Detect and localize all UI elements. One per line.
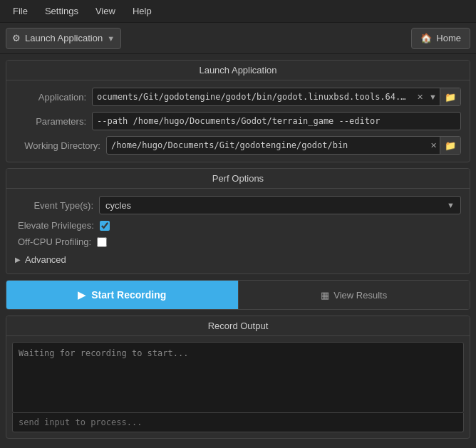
event-type-label: Event Type(s): <box>15 200 93 211</box>
working-directory-input[interactable] <box>107 140 428 150</box>
start-icon: ▶ <box>78 289 86 301</box>
home-label: Home <box>436 33 461 43</box>
view-results-button[interactable]: ▦ View Results <box>238 281 470 309</box>
working-directory-clear-button[interactable]: ✕ <box>428 137 440 154</box>
perf-options-panel: Perf Options Event Type(s): cycles ▼ Ele… <box>6 168 470 274</box>
output-placeholder: Waiting for recording to start... <box>19 348 188 358</box>
record-output-panel: Record Output Waiting for recording to s… <box>6 316 470 439</box>
working-directory-label: Working Directory: <box>15 140 100 151</box>
process-input[interactable] <box>12 413 464 432</box>
elevate-privileges-row: Elevate Privileges: <box>15 220 461 231</box>
offcpu-checkbox[interactable] <box>97 237 107 247</box>
event-type-value: cycles <box>105 200 131 211</box>
elevate-checkbox[interactable] <box>100 221 110 231</box>
launch-application-panel: Launch Application Application: ✕ ▼ 📁 Pa… <box>6 60 470 162</box>
application-clear-button[interactable]: ✕ <box>414 88 426 105</box>
menu-settings[interactable]: Settings <box>38 3 86 19</box>
perf-panel-title: Perf Options <box>6 169 470 189</box>
application-dropdown-button[interactable]: ▼ <box>426 88 440 105</box>
launch-dropdown-label: Launch Application <box>25 33 103 43</box>
action-bar: ▶ Start Recording ▦ View Results <box>6 280 470 310</box>
menu-view[interactable]: View <box>88 3 123 19</box>
event-type-chevron-icon: ▼ <box>447 201 455 209</box>
menu-bar: File Settings View Help <box>0 0 476 23</box>
elevate-label: Elevate Privileges: <box>15 220 94 231</box>
application-label: Application: <box>15 92 86 103</box>
parameters-input-wrap <box>92 112 461 130</box>
event-type-row: Event Type(s): cycles ▼ <box>15 196 461 214</box>
working-directory-row: Working Directory: ✕ 📁 <box>15 136 461 155</box>
start-label: Start Recording <box>91 289 166 301</box>
menu-help[interactable]: Help <box>125 3 159 19</box>
chevron-down-icon: ▼ <box>107 34 115 43</box>
working-directory-input-wrap: ✕ 📁 <box>106 136 461 155</box>
home-icon: 🏠 <box>420 33 432 43</box>
view-results-label: View Results <box>333 290 387 301</box>
application-file-button[interactable]: 📁 <box>440 88 460 105</box>
launch-dropdown[interactable]: ⚙ Launch Application ▼ <box>6 28 121 49</box>
output-area: Waiting for recording to start... <box>12 342 464 413</box>
working-directory-file-button[interactable]: 📁 <box>440 137 460 154</box>
start-recording-button[interactable]: ▶ Start Recording <box>6 281 238 309</box>
application-input[interactable] <box>93 92 414 102</box>
chevron-right-icon: ▶ <box>15 256 21 264</box>
event-type-select[interactable]: cycles ▼ <box>99 196 461 214</box>
gear-icon: ⚙ <box>12 33 21 43</box>
application-input-wrap: ✕ ▼ 📁 <box>92 88 461 106</box>
output-panel-title: Record Output <box>6 316 470 336</box>
parameters-label: Parameters: <box>15 116 86 127</box>
toolbar: ⚙ Launch Application ▼ 🏠 Home <box>0 23 476 54</box>
parameters-row: Parameters: <box>15 112 461 130</box>
offcpu-label: Off-CPU Profiling: <box>15 236 91 247</box>
application-row: Application: ✕ ▼ 📁 <box>15 88 461 106</box>
home-button[interactable]: 🏠 Home <box>411 28 470 49</box>
offcpu-row: Off-CPU Profiling: <box>15 236 461 247</box>
view-results-icon: ▦ <box>321 290 329 301</box>
parameters-input[interactable] <box>93 116 460 126</box>
advanced-label: Advanced <box>25 254 66 265</box>
menu-file[interactable]: File <box>6 3 35 19</box>
advanced-toggle[interactable]: ▶ Advanced <box>15 253 461 266</box>
launch-panel-title: Launch Application <box>6 61 470 80</box>
